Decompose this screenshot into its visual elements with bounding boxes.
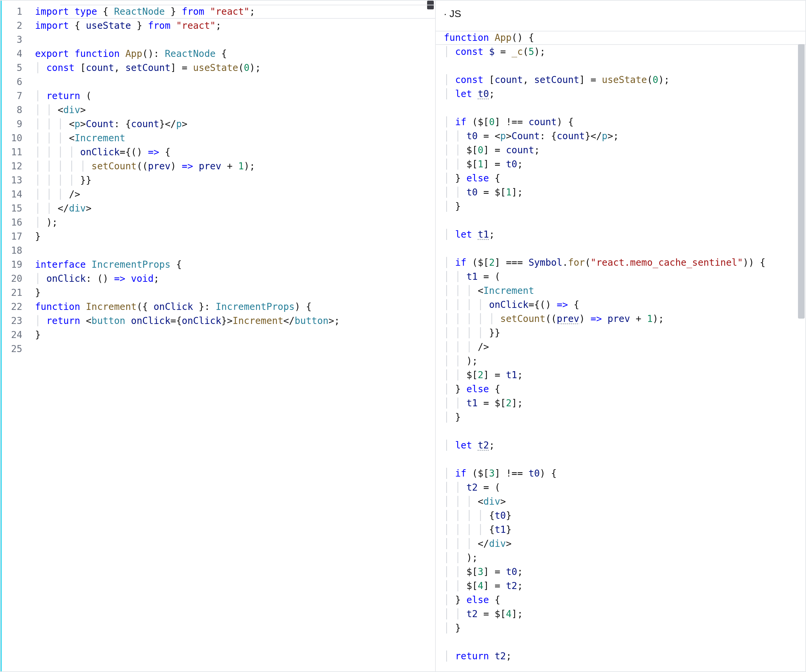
code-line[interactable]: │ if ($[3] !== t0) { xyxy=(444,467,805,480)
code-line[interactable] xyxy=(444,242,805,256)
code-line[interactable]: │ │ t2 = $[4]; xyxy=(444,607,805,621)
code-line[interactable]: │ let t1; xyxy=(444,228,805,242)
code-line[interactable]: │ ); xyxy=(35,216,435,230)
code-line[interactable]: │ return ( xyxy=(35,89,435,103)
scrollbar-thumb[interactable] xyxy=(798,44,805,319)
line-number: 4 xyxy=(11,47,22,61)
right-output-pane[interactable]: · JS function App() {│ const $ = _c(5); … xyxy=(436,1,805,671)
code-line[interactable]: } xyxy=(35,286,435,300)
code-line[interactable]: │ return t2; xyxy=(444,649,805,663)
code-line[interactable]: │ │ │ │ │ setCount((prev) => prev + 1); xyxy=(444,312,805,326)
line-number: 8 xyxy=(11,103,22,117)
code-area[interactable]: function App() {│ const $ = _c(5); │ con… xyxy=(436,27,805,663)
code-line[interactable]: │ │ │ │ }} xyxy=(444,326,805,340)
code-line[interactable]: │ │ │ <p>Count: {count}</p> xyxy=(35,117,435,131)
output-mode-label: · JS xyxy=(444,8,461,19)
code-line[interactable] xyxy=(35,75,435,89)
code-line[interactable]: │ if ($[0] !== count) { xyxy=(444,115,805,129)
code-line[interactable]: │ │ │ │ {t1} xyxy=(444,523,805,537)
output-header: · JS xyxy=(436,1,805,27)
code-line[interactable]: function App() { xyxy=(444,31,805,45)
code-line[interactable]: │ │ $[1] = t0; xyxy=(444,157,805,171)
code-line[interactable]: │ onClick: () => void; xyxy=(35,272,435,286)
line-number: 3 xyxy=(11,33,22,47)
line-number: 9 xyxy=(11,117,22,131)
code-line[interactable]: export function App(): ReactNode { xyxy=(35,47,435,61)
code-line[interactable]: │ │ t2 = ( xyxy=(444,480,805,495)
code-line[interactable]: │ │ </div> xyxy=(35,201,435,216)
code-line[interactable] xyxy=(444,424,805,438)
code-line[interactable]: │ │ $[4] = t2; xyxy=(444,579,805,593)
code-line[interactable]: │ │ t1 = $[2]; xyxy=(444,396,805,410)
app-root: 1234567891011121314151617181920212223242… xyxy=(0,0,806,672)
code-line[interactable]: function Increment({ onClick }: Incremen… xyxy=(35,300,435,314)
code-line[interactable]: │ │ t0 = <p>Count: {count}</p>; xyxy=(444,129,805,143)
code-line[interactable]: │ │ t1 = ( xyxy=(444,270,805,284)
code-line[interactable] xyxy=(35,244,435,258)
code-line[interactable]: │ │ │ │ }} xyxy=(35,173,435,187)
code-line[interactable]: │ } xyxy=(444,621,805,635)
code-line[interactable]: } xyxy=(35,230,435,244)
code-line[interactable]: │ let t2; xyxy=(444,438,805,452)
code-line[interactable] xyxy=(444,59,805,73)
line-number: 25 xyxy=(11,342,22,356)
code-line[interactable]: │ let t0; xyxy=(444,87,805,101)
code-line[interactable] xyxy=(444,635,805,649)
code-line[interactable]: │ │ <div> xyxy=(35,103,435,117)
left-editor-pane[interactable]: 1234567891011121314151617181920212223242… xyxy=(1,1,436,671)
line-number-gutter: 1234567891011121314151617181920212223242… xyxy=(2,1,29,356)
code-line[interactable]: import type { ReactNode } from "react"; xyxy=(35,5,435,19)
code-line[interactable]: │ } xyxy=(444,200,805,213)
line-number: 19 xyxy=(11,258,22,272)
code-line[interactable]: │ │ │ <Increment xyxy=(35,131,435,145)
line-number: 15 xyxy=(11,201,22,216)
code-line[interactable]: │ } else { xyxy=(444,382,805,396)
line-number: 5 xyxy=(11,61,22,75)
code-line[interactable]: │ │ │ <div> xyxy=(444,495,805,509)
line-number: 14 xyxy=(11,187,22,201)
left-editor[interactable]: 1234567891011121314151617181920212223242… xyxy=(2,1,435,671)
line-number: 17 xyxy=(11,230,22,244)
line-number: 12 xyxy=(11,159,22,173)
code-line[interactable]: │ │ t0 = $[1]; xyxy=(444,185,805,200)
code-line[interactable]: interface IncrementProps { xyxy=(35,258,435,272)
code-line[interactable]: │ return <button onClick={onClick}>Incre… xyxy=(35,314,435,328)
code-line[interactable] xyxy=(444,213,805,228)
code-line[interactable] xyxy=(35,33,435,47)
vertical-scrollbar[interactable] xyxy=(797,1,805,671)
code-line[interactable]: │ │ │ │ │ setCount((prev) => prev + 1); xyxy=(35,159,435,173)
line-number: 10 xyxy=(11,131,22,145)
code-line[interactable]: │ │ │ /> xyxy=(444,340,805,354)
code-line[interactable]: │ │ $[3] = t0; xyxy=(444,565,805,579)
code-line[interactable]: │ │ │ │ onClick={() => { xyxy=(444,298,805,312)
line-number: 1 xyxy=(11,5,22,19)
code-line[interactable]: │ │ │ /> xyxy=(35,187,435,201)
code-line[interactable] xyxy=(444,101,805,115)
line-number: 18 xyxy=(11,244,22,258)
code-line[interactable]: │ if ($[2] === Symbol.for("react.memo_ca… xyxy=(444,256,805,270)
code-line[interactable]: │ │ │ │ onClick={() => { xyxy=(35,145,435,159)
code-line[interactable]: │ │ ); xyxy=(444,551,805,565)
code-line[interactable] xyxy=(444,452,805,467)
code-line[interactable]: │ } xyxy=(444,410,805,424)
code-line[interactable]: │ │ $[0] = count; xyxy=(444,143,805,157)
code-line[interactable]: │ const [count, setCount] = useState(0); xyxy=(35,61,435,75)
code-line[interactable] xyxy=(35,342,435,356)
line-number: 2 xyxy=(11,19,22,33)
line-number: 20 xyxy=(11,272,22,286)
code-line[interactable]: import { useState } from "react"; xyxy=(35,19,435,33)
code-line[interactable]: │ const [count, setCount] = useState(0); xyxy=(444,73,805,87)
code-line[interactable]: │ │ │ │ {t0} xyxy=(444,509,805,523)
line-number: 6 xyxy=(11,75,22,89)
code-line[interactable]: } xyxy=(35,328,435,342)
code-line[interactable]: │ │ ); xyxy=(444,354,805,368)
code-area[interactable]: import type { ReactNode } from "react";i… xyxy=(29,1,435,356)
line-number: 16 xyxy=(11,216,22,230)
right-editor[interactable]: function App() {│ const $ = _c(5); │ con… xyxy=(436,27,805,671)
code-line[interactable]: │ } else { xyxy=(444,593,805,607)
code-line[interactable]: │ const $ = _c(5); xyxy=(444,45,805,59)
code-line[interactable]: │ │ │ <Increment xyxy=(444,284,805,298)
code-line[interactable]: │ } else { xyxy=(444,171,805,185)
code-line[interactable]: │ │ $[2] = t1; xyxy=(444,368,805,382)
code-line[interactable]: │ │ │ </div> xyxy=(444,537,805,551)
